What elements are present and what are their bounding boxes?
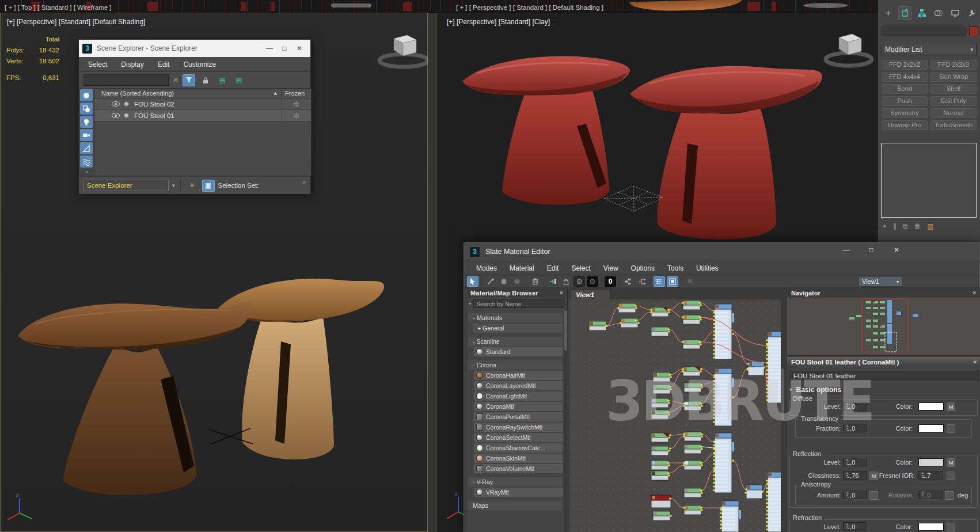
modifier-button[interactable]: Skin Wrap [930, 72, 977, 82]
refraction-level-spinner[interactable]: 0,0▴▾ [843, 522, 867, 531]
modifier-button[interactable]: Bend [882, 84, 928, 94]
modifier-stack[interactable] [881, 143, 977, 218]
menu-item[interactable]: Select [88, 60, 107, 69]
menu-item[interactable]: Edit [541, 264, 565, 272]
pick-material-eyedropper-icon[interactable] [485, 276, 496, 287]
material-name-field[interactable]: FOU Stool 01 leather [789, 371, 979, 381]
expand-tree-icon[interactable]: ▤ [216, 74, 229, 86]
close-button[interactable]: ✕ [292, 44, 307, 52]
show-map-in-viewport-icon[interactable] [573, 276, 585, 287]
menu-item[interactable]: Tools [661, 264, 690, 272]
translucency-map-button[interactable] [947, 424, 955, 433]
modifier-button[interactable]: Shell [930, 84, 977, 94]
configure-sets-icon[interactable]: ▨ [927, 222, 933, 230]
search-input[interactable] [83, 74, 169, 86]
shaded-material-icon[interactable] [498, 276, 510, 287]
browser-options-icon[interactable]: ▾ [469, 301, 471, 306]
browser-row[interactable]: - V-Ray [468, 477, 563, 487]
frozen-column-header[interactable]: Frozen [281, 90, 311, 97]
browser-row[interactable]: CoronaSkinMtl [474, 454, 563, 463]
menu-item[interactable]: Material [503, 264, 541, 272]
material-title-bar[interactable]: FOU Stool 01 leather ( CoronaMtl ) ✕ [787, 357, 980, 367]
scene-explorer-titlebar[interactable]: 3 Scene Explorer - Scene Explorer — □ ✕ [79, 40, 310, 57]
shapes-filter-icon[interactable] [80, 102, 93, 115]
browser-row[interactable]: CoronaShadowCatc... [474, 443, 563, 453]
minimize-button[interactable]: — [838, 246, 853, 254]
modifier-button[interactable]: TurboSmooth [930, 120, 977, 130]
close-panel-icon[interactable]: ✕ [973, 359, 977, 365]
utilities-tab-icon[interactable] [966, 6, 979, 20]
navigator-minimap[interactable] [787, 298, 980, 356]
modifier-button[interactable]: Symmetry [882, 108, 928, 118]
zero-propagation-icon[interactable]: 0 [605, 276, 616, 287]
modifier-button[interactable]: FFD 4x4x4 [882, 72, 928, 82]
browser-row[interactable]: CoronaHairMtl [474, 371, 563, 380]
reflection-level-spinner[interactable]: 1,0▴▾ [843, 458, 867, 466]
more-filters-chevron[interactable]: » [80, 169, 94, 175]
browser-row[interactable]: CoronaPortalMtl [474, 412, 563, 421]
anisotropy-amount-spinner[interactable]: 0,0▴▾ [843, 491, 867, 499]
menu-item[interactable]: Modes [470, 264, 503, 272]
basic-options-rollout[interactable]: ▾ Basic options [789, 385, 979, 395]
make-unique-icon[interactable]: ⧉ [903, 222, 908, 230]
pin-stack-icon[interactable]: ⌖ [883, 222, 887, 230]
menu-item[interactable]: Select [565, 264, 597, 272]
maximize-button[interactable]: □ [277, 44, 292, 52]
glossiness-spinner[interactable]: 0,76▴▾ [843, 471, 867, 480]
modifier-button[interactable]: Push [882, 96, 928, 106]
hierarchy-mode-icon[interactable]: ▣ [202, 180, 215, 192]
explorer-preset-combo[interactable]: Scene Explorer [83, 180, 169, 191]
nodeview-scrollbar[interactable] [781, 299, 785, 532]
browser-row[interactable]: Standard [474, 347, 563, 356]
list-header[interactable]: Name (Sorted Ascending) ▲ Frozen [94, 89, 311, 98]
material-node-graph[interactable] [569, 299, 785, 532]
show-end-result-nodes-icon[interactable] [622, 276, 634, 287]
left-viewport-label[interactable]: [+] [Perspective] [Standard] [Default Sh… [7, 18, 145, 26]
rotation-map-button[interactable] [945, 491, 954, 500]
show-shaded-map-icon[interactable] [587, 276, 598, 287]
menu-item[interactable]: Utilities [690, 264, 725, 272]
fresnel-ior-spinner[interactable]: 1,7▴▾ [918, 471, 943, 480]
shaded-material2-icon[interactable] [511, 276, 523, 287]
refraction-color-swatch[interactable] [918, 523, 944, 531]
delete-selected-icon[interactable] [529, 276, 541, 287]
preview-window-icon[interactable] [667, 276, 678, 287]
spacewarps-filter-icon[interactable] [80, 155, 93, 168]
anisotropy-rotation-spinner[interactable]: 0,0▴▾ [918, 491, 943, 499]
lock-icon[interactable] [199, 74, 212, 86]
select-tool-icon[interactable] [467, 276, 478, 287]
active-view-selector[interactable]: View1 ▾ [859, 276, 902, 287]
object-color-swatch[interactable] [969, 26, 978, 36]
object-name[interactable]: FOU Stool 02 [134, 101, 281, 108]
helpers-filter-icon[interactable] [80, 142, 93, 154]
browser-row[interactable]: - Corona [468, 360, 563, 370]
reflection-color-swatch[interactable] [918, 458, 944, 466]
lights-filter-icon[interactable] [80, 116, 93, 128]
modifier-button[interactable]: Unwrap Pro [882, 120, 928, 130]
browser-row[interactable]: - Materials [468, 313, 563, 322]
material-by-list-icon[interactable] [654, 276, 665, 287]
minimize-button[interactable]: — [262, 44, 277, 52]
cameras-filter-icon[interactable] [80, 129, 93, 141]
refraction-map-button[interactable] [947, 523, 955, 531]
modifier-button[interactable]: FFD 2x2x2 [882, 60, 928, 70]
diffuse-map-button[interactable]: M [947, 402, 955, 411]
object-name[interactable]: FOU Stool 01 [134, 112, 281, 119]
diffuse-color-swatch[interactable] [918, 402, 944, 411]
filter-funnel-icon[interactable] [183, 74, 195, 86]
fresnel-map-button[interactable] [947, 472, 955, 480]
amount-map-button[interactable] [869, 491, 878, 500]
browser-row[interactable]: CoronaVolumeMtl [474, 464, 563, 473]
object-name-field[interactable] [882, 26, 966, 36]
modifier-button[interactable]: Edit Poly [930, 96, 977, 106]
right-viewport-label[interactable]: [+] [Perspective] [Standard] [Clay] [447, 18, 550, 26]
hierarchy-tab-icon[interactable] [915, 6, 928, 20]
modifier-list-dropdown[interactable]: Modifier List ▾ [882, 44, 977, 55]
browser-row[interactable]: Maps [468, 501, 563, 510]
motion-tab-icon[interactable] [932, 6, 945, 20]
diffuse-level-spinner[interactable]: 1,0▴▾ [843, 402, 867, 411]
layout-children-icon[interactable] [636, 276, 647, 287]
background-viewport-label[interactable]: [ + ] [ Perspective ] [ Standard ] [ Def… [456, 4, 603, 11]
close-panel-icon[interactable]: ✕ [972, 290, 977, 296]
browser-row[interactable]: + General [473, 324, 563, 333]
